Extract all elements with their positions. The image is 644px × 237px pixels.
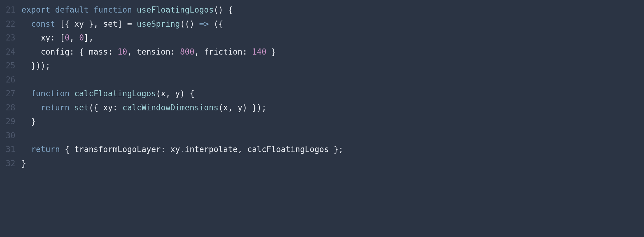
- token-fn: set: [74, 103, 89, 112]
- token-kw: return: [31, 145, 60, 154]
- token-punct: [132, 47, 137, 56]
- line-number-gutter: 212223242526272829303132: [0, 3, 21, 170]
- token-fn: useSpring: [137, 19, 180, 29]
- token-kw: return: [41, 103, 70, 112]
- token-prop: friction: [204, 47, 242, 56]
- token-punct: {: [65, 145, 70, 154]
- code-area[interactable]: export default function useFloatingLogos…: [21, 3, 644, 170]
- token-punct: [113, 47, 118, 56]
- code-line[interactable]: [21, 129, 644, 143]
- code-editor[interactable]: 212223242526272829303132 export default …: [0, 3, 644, 170]
- code-line[interactable]: function calcFloatingLogos(x, y) {: [21, 87, 644, 101]
- token-prop: xy: [41, 33, 50, 42]
- line-number: 32: [0, 157, 15, 171]
- token-punct: (: [156, 89, 161, 98]
- token-punct: [74, 33, 79, 42]
- code-line[interactable]: const [{ xy }, set] = useSpring(() => ({: [21, 17, 644, 31]
- token-kw: const: [31, 19, 55, 29]
- token-punct: [21, 33, 41, 42]
- token-punct: ,: [237, 145, 242, 154]
- token-punct: }: [271, 47, 276, 56]
- token-punct: [21, 89, 31, 98]
- token-id: interpolate: [185, 145, 237, 154]
- token-kw: function: [31, 89, 69, 98]
- token-prop: xy: [103, 103, 113, 112]
- token-punct: (): [214, 5, 223, 14]
- code-line[interactable]: return set({ xy: calcWindowDimensions(x,…: [21, 101, 644, 115]
- token-punct: [50, 5, 55, 14]
- token-punct: [170, 89, 175, 98]
- code-line[interactable]: }: [21, 115, 644, 129]
- token-punct: [{: [60, 19, 69, 29]
- token-punct: [247, 103, 252, 112]
- token-num: 0: [79, 33, 84, 42]
- token-punct: ({: [214, 19, 223, 29]
- token-punct: [195, 19, 199, 29]
- token-punct: [70, 145, 75, 154]
- token-arrow: =>: [199, 19, 209, 29]
- line-number: 24: [0, 45, 15, 59]
- token-punct: :: [170, 47, 175, 56]
- token-punct: [: [60, 33, 65, 42]
- token-punct: (: [218, 103, 223, 112]
- token-punct: [60, 145, 65, 154]
- token-punct: ],: [84, 33, 94, 42]
- token-punct: {: [190, 89, 195, 98]
- token-fn: calcFloatingLogos: [74, 89, 156, 98]
- line-number: 26: [0, 73, 15, 87]
- token-punct: ({: [89, 103, 98, 112]
- token-punct: [21, 145, 31, 154]
- token-punct: ,: [127, 47, 132, 56]
- token-punct: [21, 19, 31, 29]
- token-punct: [70, 89, 75, 98]
- token-punct: [70, 103, 75, 112]
- token-punct: [233, 103, 238, 112]
- token-punct: [55, 33, 60, 42]
- token-fn: calcWindowDimensions: [122, 103, 218, 112]
- token-punct: ): [242, 103, 247, 112]
- code-line[interactable]: return { transformLogoLayer: xy.interpol…: [21, 143, 644, 157]
- token-punct: [266, 47, 271, 56]
- token-prop: tension: [137, 47, 171, 56]
- code-line[interactable]: }: [21, 157, 644, 171]
- token-punct: [74, 47, 79, 56]
- token-punct: [84, 47, 89, 56]
- token-punct: :: [108, 47, 113, 56]
- line-number: 31: [0, 143, 15, 157]
- token-punct: [175, 47, 180, 56]
- token-dim: .: [180, 145, 185, 154]
- token-id: y: [237, 103, 242, 112]
- token-punct: [132, 19, 137, 29]
- line-number: 28: [0, 101, 15, 115]
- token-punct: :: [242, 47, 247, 56]
- token-num: 10: [118, 47, 127, 56]
- code-line[interactable]: xy: [0, 0],: [21, 31, 644, 45]
- code-line[interactable]: config: { mass: 10, tension: 800, fricti…: [21, 45, 644, 59]
- token-kw: default: [55, 5, 89, 14]
- line-number: 29: [0, 115, 15, 129]
- token-punct: [118, 103, 122, 112]
- token-punct: [84, 19, 89, 29]
- token-punct: :: [70, 47, 75, 56]
- token-id: x: [161, 89, 166, 98]
- code-line[interactable]: [21, 73, 644, 87]
- line-number: 30: [0, 129, 15, 143]
- code-line[interactable]: }));: [21, 59, 644, 73]
- token-punct: :: [161, 145, 166, 154]
- token-punct: [21, 47, 41, 56]
- token-num: 140: [252, 47, 266, 56]
- token-punct: [247, 47, 252, 56]
- token-punct: [185, 89, 190, 98]
- token-punct: ,: [70, 33, 75, 42]
- token-punct: [209, 19, 214, 29]
- token-punct: ((): [180, 19, 195, 29]
- line-number: 27: [0, 87, 15, 101]
- token-punct: });: [252, 103, 266, 112]
- token-num: 800: [180, 47, 195, 56]
- token-punct: [98, 103, 103, 112]
- token-id: x: [223, 103, 228, 112]
- token-punct: ]: [118, 19, 122, 29]
- code-line[interactable]: export default function useFloatingLogos…: [21, 3, 644, 17]
- token-id: calcFloatingLogos: [247, 145, 329, 154]
- token-punct: {: [228, 5, 233, 14]
